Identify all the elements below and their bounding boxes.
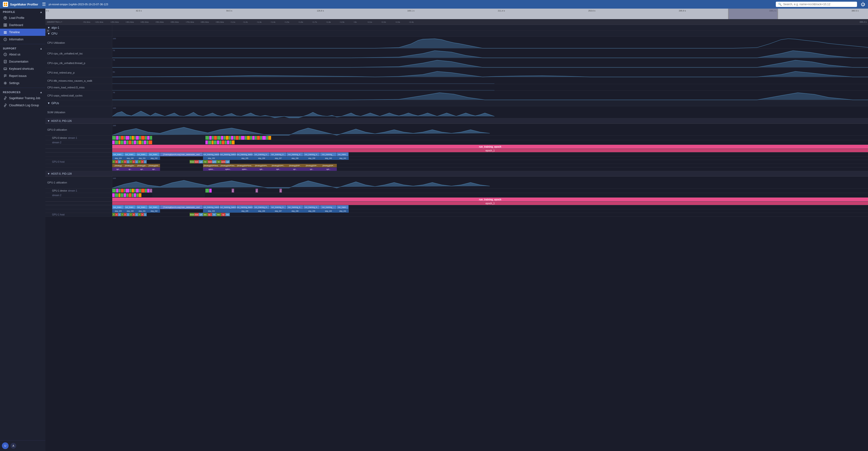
sidebar-item-dashboard[interactable]: Dashboard [0,22,45,29]
svg-text:+351.9ms: +351.9ms [125,21,134,23]
svg-rect-101 [268,136,271,140]
svg-text:75: 75 [113,91,115,94]
timeline-content: 0 s 42.5 s 84.5 s 126.8 s 169.1 s 211.4 … [45,9,868,451]
sidebar-item-cloudwatch[interactable]: CloudWatch Log Group [0,102,45,109]
gpus-group-header[interactable]: ▼ GPUs [45,100,868,106]
svg-rect-1 [6,3,7,4]
svg-text:169.1 s: 169.1 s [407,9,414,12]
menu-icon[interactable]: ☰ [42,2,46,7]
gpu0-util-label: GPU-0 utilization [45,124,112,136]
svg-rect-163 [134,193,136,197]
svg-text:+1.9s: +1.9s [340,21,344,23]
sidebar-item-documentation[interactable]: Documentation [0,58,45,65]
svg-rect-82 [217,136,221,140]
svg-rect-128 [232,141,235,144]
svg-rect-108 [128,141,131,144]
svg-text:+51.9ms: +51.9ms [83,21,90,23]
sidebar-item-sagemaker-job[interactable]: SageMaker Training Job [0,95,45,102]
sidebar-item-information[interactable]: Information [0,36,45,43]
gpu0-step233: step_233 [203,156,220,160]
gpu1-device-stream2-row: stream 2 [45,193,868,198]
svg-rect-93 [247,136,250,140]
cpu-group-header[interactable]: ▼ CPU [45,31,868,37]
gpu0-sub-steps-row: step_229 step_230 step_231 step_232 step… [45,156,868,160]
sidebar-footer: U A [0,440,45,451]
svg-rect-146 [152,189,205,192]
sidebar-item-timeline[interactable]: Timeline [0,29,45,36]
gpu1-steps-row: run_traini... run_traini... run_traini..… [45,205,868,209]
gpu0-step232: step_232 [148,156,160,160]
divider-1 [0,44,45,44]
svg-rect-137 [132,189,134,192]
svg-rect-87 [231,136,234,140]
gpu0-epoch1-bar: epoch_1 [112,149,868,152]
svg-text:0 s: 0 s [46,9,49,12]
gpu0-steps-label-placeholder [45,152,112,156]
gpu0-device-stream2-row: stream 2 [45,140,868,145]
gpu0-opti-row: opt... op... opt... opt... optimi... opt… [45,168,868,171]
gpu0-strategy-content: [Strategy] [Strategy]Do... [Strategy]D..… [112,164,868,167]
cpu-clk-thread-chart: 75 [112,58,868,68]
svg-rect-30 [777,9,778,19]
svg-rect-7 [4,25,5,27]
gpu0-stream1-content [112,136,868,140]
svg-rect-119 [208,141,211,144]
sidebar-item-settings[interactable]: Settings [0,80,45,87]
cpu-itlb-chart [112,78,868,84]
gpu0-device-stream1-row: GPU-0 device stream 1 [45,136,868,140]
svg-rect-118 [206,141,208,144]
svg-rect-107 [126,141,128,144]
keyboard-icon [3,67,7,71]
gpu0-step241: step_241 [337,156,349,160]
gpu1-host-label: GPU-1 host [45,213,112,216]
cpu-mem-load-label: CPU-mem_load_retired.l3_miss [45,84,112,91]
sidebar-item-about[interactable]: About us [0,51,45,58]
close-button[interactable]: ✕ [45,29,51,33]
information-label: Information [9,38,23,41]
logo-area: SageMaker Profiler [3,2,38,7]
timeline-icon [3,30,7,34]
documentation-label: Documentation [9,60,28,63]
gpu1-sub-steps-placeholder [45,209,112,213]
svg-rect-132 [119,189,121,192]
svg-text:84.5 s: 84.5 s [226,9,232,12]
svg-rect-5 [4,24,5,25]
svg-rect-124 [222,141,224,144]
gpu0-step230: step_230 [124,156,136,160]
svg-text:+1.4s: +1.4s [271,21,275,23]
main-layout: Profile ▲ Load Profile Dashboard Timelin… [0,9,868,451]
svg-text:+551.9ms: +551.9ms [155,21,164,23]
sidebar-item-keyboard[interactable]: Keyboard shortcuts [0,65,45,72]
gpu0-sub-steps-content: step_229 step_230 step_231 step_232 step… [112,156,868,160]
gpu0-step-run1: run_traini... [112,152,124,156]
cpu-utilization-row: CPU Utilization 100 [45,37,868,49]
gpu0-batch4: run_training_b... [253,152,270,156]
power-icon[interactable]: ⏻ [861,2,865,7]
algo-group-header[interactable]: ▼ algo-1 [45,25,868,31]
svg-rect-65 [121,136,124,140]
cpu-util-chart: 100 [112,37,868,49]
svg-rect-140 [139,189,141,192]
svg-rect-66 [124,136,125,140]
svg-text:+2.1s: +2.1s [367,21,372,23]
svg-rect-164 [136,193,138,197]
cpu-inst-retired-chart: 50 [112,68,868,78]
search-input[interactable] [783,3,855,6]
svg-text:100: 100 [113,177,116,179]
cpu-mem-load-row: CPU-mem_load_retired.l3_miss [45,84,868,91]
svg-rect-121 [214,141,217,144]
svg-rect-113 [142,141,144,144]
ruler-start-label: 1684557764 s + [45,21,64,23]
host1-header[interactable]: ▼ HOST-0, PID-128 [45,171,868,177]
host0-header[interactable]: ▼ HOST-0, PID-126 [45,118,868,124]
search-bar[interactable]: 🔍 [776,2,857,7]
svg-rect-97 [257,136,260,140]
chevron-up-icon: ▲ [40,10,42,13]
sidebar-item-report[interactable]: Report issuus [0,72,45,80]
sidebar-item-load-profile[interactable]: Load Profile [0,14,45,22]
gpu0-run-training-epoch-row: run_training_epoch [45,145,868,149]
cpu-group-label: ▼ CPU [45,31,112,36]
svg-point-16 [5,83,6,84]
svg-rect-159 [124,193,126,197]
grid-icon [3,23,7,27]
